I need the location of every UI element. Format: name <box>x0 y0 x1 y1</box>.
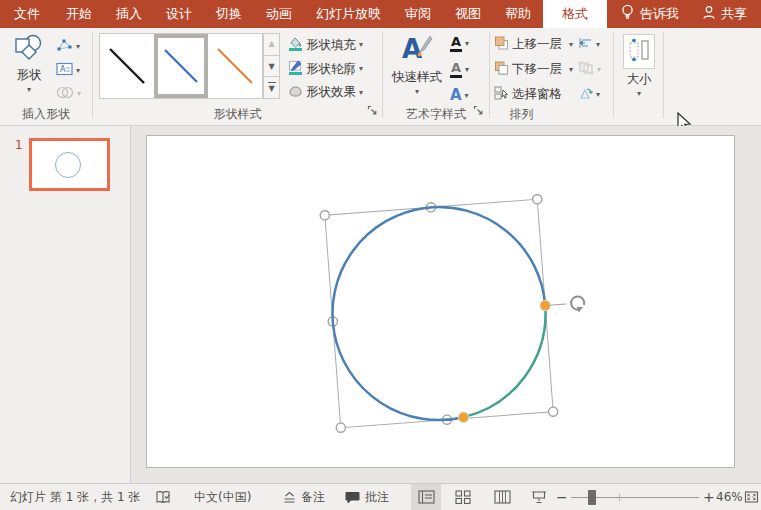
slide-canvas[interactable] <box>146 135 735 468</box>
language-button[interactable]: 中文(中国) <box>194 484 251 510</box>
send-backward-icon <box>494 61 509 78</box>
tab-home[interactable]: 开始 <box>54 0 104 28</box>
bring-forward-button[interactable]: 上移一层 ▾ <box>494 36 573 53</box>
group-label-arrange: 排列 <box>460 106 583 123</box>
spellcheck-button[interactable] <box>155 484 172 510</box>
tab-transitions[interactable]: 切换 <box>204 0 254 28</box>
share-label: 共享 <box>721 5 747 23</box>
merge-shapes-button[interactable]: ▾ <box>56 86 81 102</box>
slide-shapes-layer <box>147 136 734 467</box>
text-fill-icon: A <box>450 35 462 52</box>
gallery-more-button[interactable]: ▼ <box>263 77 280 99</box>
shape-fill-label: 形状填充 <box>306 37 356 54</box>
shape-fill-icon <box>288 36 303 54</box>
selection-pane-button[interactable]: 选择窗格 <box>494 86 562 103</box>
rotate-button[interactable]: ▾ <box>578 86 600 103</box>
reading-view-icon <box>494 490 511 504</box>
text-box-button[interactable]: A ▾ <box>56 62 80 79</box>
slide-number: 1 <box>15 138 23 152</box>
fit-slide-button[interactable] <box>744 484 759 510</box>
reading-view-button[interactable] <box>487 484 517 510</box>
gallery-scroll: ▲ ▼ ▼ <box>263 33 280 99</box>
zoom-level[interactable]: 46% <box>716 484 743 510</box>
align-button[interactable]: ▾ <box>578 36 600 53</box>
shape-style-option-2-selected[interactable] <box>154 34 208 98</box>
arc-adjust-handle-right[interactable] <box>540 300 550 310</box>
send-backward-button[interactable]: 下移一层 ▾ <box>494 61 573 78</box>
slide-sorter-button[interactable] <box>448 484 478 510</box>
send-backward-label: 下移一层 <box>512 61 562 78</box>
text-fill-button[interactable]: A ▾ <box>450 35 469 52</box>
comments-button[interactable]: 批注 <box>345 484 389 510</box>
quick-styles-icon: A <box>400 34 434 67</box>
titlebar: 文件 开始 插入 设计 切换 动画 幻灯片放映 审阅 视图 帮助 格式 告诉我 … <box>0 0 761 28</box>
shape-style-option-1[interactable] <box>100 34 154 98</box>
text-outline-button[interactable]: A ▾ <box>450 61 469 78</box>
group-button-disabled: ▾ <box>578 61 601 78</box>
shape-styles-gallery <box>99 33 263 99</box>
shape-outline-button[interactable]: 形状轮廓 ▾ <box>288 60 363 78</box>
lightbulb-icon <box>621 4 634 24</box>
tab-help[interactable]: 帮助 <box>493 0 543 28</box>
tab-file[interactable]: 文件 <box>0 0 54 28</box>
tell-me[interactable]: 告诉我 <box>621 0 679 28</box>
tab-format-active[interactable]: 格式 <box>543 0 607 28</box>
shape-style-option-3[interactable] <box>208 34 262 98</box>
shapes-button[interactable]: 形状 ▾ <box>6 34 52 94</box>
tab-slideshow[interactable]: 幻灯片放映 <box>304 0 393 28</box>
group-arrange: 上移一层 ▾ 下移一层 ▾ 选择窗格 ▾ ▾ <box>490 28 613 126</box>
group-size: 大小 ▾ <box>614 28 663 126</box>
quick-styles-button[interactable]: A 快速样式 ▾ <box>388 34 446 96</box>
text-box-icon: A <box>56 62 73 79</box>
arc-shape-blue-segment[interactable] <box>333 207 546 420</box>
group-shape-styles: ▲ ▼ ▼ 形状填充 ▾ 形状轮廓 ▾ 形状效果 ▾ <box>93 28 382 126</box>
slideshow-button[interactable] <box>524 484 554 510</box>
dropdown-arrow: ▾ <box>415 88 419 96</box>
gallery-scroll-down-button[interactable]: ▼ <box>263 56 280 78</box>
ribbon-divider <box>663 32 664 118</box>
zoom-center-tick <box>619 494 620 501</box>
dropdown-arrow: ▾ <box>27 86 31 94</box>
align-icon <box>578 36 593 53</box>
normal-view-button[interactable] <box>411 484 441 510</box>
shape-fill-button[interactable]: 形状填充 ▾ <box>288 36 363 54</box>
selection-pane-label: 选择窗格 <box>512 86 562 103</box>
dropdown-arrow: ▾ <box>596 91 600 99</box>
shape-effects-icon <box>288 84 303 101</box>
person-icon <box>702 5 716 23</box>
zoom-slider[interactable] <box>571 484 699 510</box>
zoom-slider-thumb[interactable] <box>588 490 596 505</box>
notes-button[interactable]: 备注 <box>283 484 325 510</box>
quick-styles-label: 快速样式 <box>392 69 442 86</box>
dropdown-arrow: ▾ <box>465 40 469 48</box>
dropdown-arrow: ▾ <box>597 66 601 74</box>
dropdown-arrow: ▾ <box>637 90 641 98</box>
selection-handles[interactable] <box>320 194 558 432</box>
edit-shape-button[interactable]: ▾ <box>56 38 80 56</box>
shape-effects-button[interactable]: 形状效果 ▾ <box>288 84 363 101</box>
arc-adjust-handle-bottom[interactable] <box>458 412 468 422</box>
rotation-handle[interactable] <box>571 296 585 313</box>
tab-animations[interactable]: 动画 <box>254 0 304 28</box>
tab-view[interactable]: 视图 <box>443 0 493 28</box>
tell-me-label: 告诉我 <box>640 5 679 23</box>
tab-review[interactable]: 审阅 <box>393 0 443 28</box>
slide-thumbnail-1[interactable] <box>29 138 110 191</box>
share-button[interactable]: 共享 <box>702 0 747 28</box>
shapes-button-label: 形状 <box>17 67 42 84</box>
shape-outline-label: 形状轮廓 <box>306 61 356 78</box>
size-button[interactable]: 大小 ▾ <box>620 34 658 98</box>
tab-insert[interactable]: 插入 <box>104 0 154 28</box>
shape-styles-dialog-launcher[interactable] <box>367 104 379 116</box>
shape-effects-label: 形状效果 <box>306 84 356 101</box>
zoom-in-button[interactable]: + <box>703 484 715 510</box>
arc-shape-green-segment[interactable] <box>464 306 546 418</box>
tab-design[interactable]: 设计 <box>154 0 204 28</box>
statusbar: 幻灯片 第 1 张，共 1 张 中文(中国) 备注 批注 <box>0 483 761 510</box>
gallery-scroll-up-button[interactable]: ▲ <box>263 33 280 56</box>
size-icon <box>623 34 655 69</box>
notes-label: 备注 <box>301 489 325 506</box>
comments-label: 批注 <box>365 489 389 506</box>
text-effects-button[interactable]: A ▾ <box>450 88 469 103</box>
zoom-out-button[interactable]: − <box>556 484 568 510</box>
